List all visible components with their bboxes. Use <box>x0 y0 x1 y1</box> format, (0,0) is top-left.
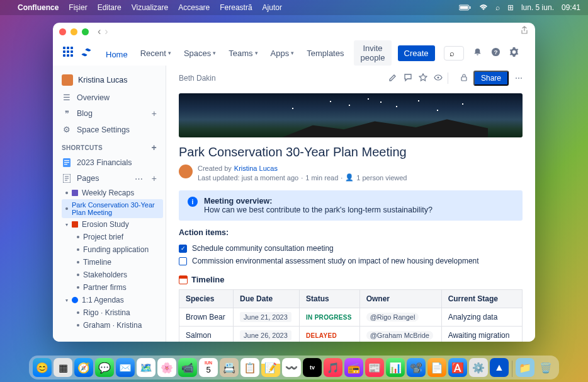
edit-icon[interactable] <box>388 73 397 84</box>
sidebar-space-header[interactable]: Kristina Lucas <box>55 71 163 90</box>
dock-keynote[interactable]: 📽️ <box>407 358 426 377</box>
tree-rigo[interactable]: Rigo · Kristina <box>73 306 163 319</box>
more-actions-icon[interactable]: ⋯ <box>515 74 523 83</box>
tree-park-plan[interactable]: Park Conservation 30-Year Plan Meeting <box>62 199 163 218</box>
dock-appstore[interactable]: 🅰️ <box>448 358 467 377</box>
dock-settings[interactable]: ⚙️ <box>469 358 488 377</box>
user-mention[interactable]: @Graham McBride <box>366 331 433 340</box>
shortcut-financials[interactable]: 2023 Financials <box>55 155 163 170</box>
dock-launchpad[interactable]: ▦ <box>54 358 72 377</box>
sidebar-blog[interactable]: ❞ Blog + <box>55 105 163 122</box>
dock-safari[interactable]: 🧭 <box>74 358 93 377</box>
dock-messages[interactable]: 💬 <box>95 358 114 377</box>
breadcrumb-owner[interactable]: Beth Dakin <box>179 74 216 83</box>
dock-freeform[interactable]: 〰️ <box>282 358 301 377</box>
dock-calendar[interactable]: IUN5 <box>199 358 218 377</box>
dock-music[interactable]: 🎵 <box>324 358 342 377</box>
tree-stakeholders[interactable]: Stakeholders <box>73 269 163 281</box>
checkbox-unchecked[interactable] <box>179 257 187 265</box>
tree-project-brief[interactable]: Project brief <box>73 231 163 243</box>
pages-more-icon[interactable]: ⋯ <box>135 174 143 183</box>
dock-news[interactable]: 📰 <box>365 358 384 377</box>
menubar-date[interactable]: lun. 5 iun. <box>521 3 554 12</box>
dock-reminders[interactable]: 📋 <box>240 358 259 377</box>
nav-forward-icon[interactable]: › <box>105 26 108 37</box>
user-mention[interactable]: @Rigo Rangel <box>366 313 419 321</box>
expand-icon[interactable]: ▾ <box>65 222 68 228</box>
nav-apps[interactable]: Apps▾ <box>266 46 300 61</box>
control-center-icon[interactable]: ⊞ <box>507 3 514 12</box>
sidebar-overview[interactable]: ☰ Overview <box>55 90 163 105</box>
dock-contacts[interactable]: 📇 <box>220 358 239 377</box>
dock-maps[interactable]: 🗺️ <box>137 358 155 377</box>
dock-atlassian[interactable]: ▲ <box>490 358 509 377</box>
menu-edit[interactable]: Editare <box>98 3 122 12</box>
restrictions-icon[interactable] <box>460 73 468 84</box>
tree-partner-firms[interactable]: Partner firms <box>73 281 163 294</box>
nav-recent[interactable]: Recent▾ <box>135 46 176 61</box>
add-shortcut-icon[interactable]: + <box>152 142 157 153</box>
share-sheet-icon[interactable] <box>520 26 529 37</box>
dock-podcasts[interactable]: 📻 <box>344 358 363 377</box>
wifi-icon[interactable] <box>479 4 488 11</box>
dock-numbers[interactable]: 📊 <box>386 358 405 377</box>
search-box[interactable]: ⌕ <box>444 46 464 61</box>
spotlight-icon[interactable]: ⌕ <box>495 3 500 12</box>
tree-agendas[interactable]: ▾ 1:1 Agendas <box>62 294 163 306</box>
sidebar-pages[interactable]: Pages ⋯ + <box>55 170 163 187</box>
dock-tv[interactable]: tv <box>303 358 322 377</box>
invite-button[interactable]: Invite people <box>354 40 391 66</box>
dock-downloads[interactable]: 📁 <box>516 358 534 377</box>
action-item-1[interactable]: ✓ Schedule community consultation meetin… <box>179 242 523 255</box>
watch-icon[interactable] <box>434 73 443 84</box>
tree-weekly-recaps[interactable]: Weekly Recaps <box>62 187 163 199</box>
add-page-icon[interactable]: + <box>152 173 157 183</box>
minimize-window-button[interactable] <box>71 28 77 35</box>
dock-facetime[interactable]: 📹 <box>178 358 197 377</box>
zoom-window-button[interactable] <box>82 28 89 35</box>
comment-icon[interactable] <box>404 73 412 84</box>
dock-finder[interactable]: 😊 <box>33 358 52 377</box>
checkbox-checked[interactable]: ✓ <box>179 245 187 253</box>
nav-back-icon[interactable]: ‹ <box>98 26 101 37</box>
page-meta: Created by Kristina Lucas Last updated: … <box>179 165 523 182</box>
notifications-icon[interactable] <box>473 47 482 59</box>
menu-view[interactable]: Vizualizare <box>132 3 168 12</box>
menu-file[interactable]: Fișier <box>69 3 87 12</box>
menubar-time[interactable]: 09:41 <box>562 3 580 12</box>
dock-mail[interactable]: ✉️ <box>116 358 135 377</box>
battery-icon[interactable] <box>459 4 472 11</box>
app-switcher-icon[interactable] <box>63 47 73 59</box>
add-blog-icon[interactable]: + <box>152 108 157 119</box>
nav-teams[interactable]: Teams▾ <box>223 46 263 61</box>
expand-icon[interactable]: ▾ <box>65 298 68 303</box>
author-avatar-icon[interactable] <box>179 165 193 178</box>
menu-window[interactable]: Fereastră <box>220 3 252 12</box>
tree-graham[interactable]: Graham · Kristina <box>73 319 163 332</box>
confluence-logo-icon[interactable] <box>81 47 92 60</box>
created-by-link[interactable]: Kristina Lucas <box>234 165 278 172</box>
dock-pages[interactable]: 📄 <box>427 358 446 377</box>
nav-templates[interactable]: Templates <box>302 46 349 61</box>
menu-help[interactable]: Ajutor <box>263 3 282 12</box>
share-button[interactable]: Share <box>473 71 509 86</box>
nav-spaces[interactable]: Spaces▾ <box>179 46 221 61</box>
help-icon[interactable]: ? <box>491 47 500 59</box>
tree-erosion-study[interactable]: ▾ Erosion Study <box>62 218 163 231</box>
blog-icon: ❞ <box>62 109 72 119</box>
settings-icon[interactable] <box>509 47 519 59</box>
close-window-button[interactable] <box>59 28 66 35</box>
dock-trash[interactable]: 🗑️ <box>536 358 555 377</box>
tree-timeline[interactable]: Timeline <box>73 256 163 269</box>
titlebar: ‹ › <box>53 23 535 40</box>
action-item-2[interactable]: Commission environmental assessment stud… <box>179 255 523 267</box>
create-button[interactable]: Create <box>398 45 435 61</box>
menubar-app-name[interactable]: Confluence <box>18 3 59 12</box>
star-icon[interactable] <box>419 73 427 84</box>
dock-notes[interactable]: 📝 <box>261 358 280 377</box>
menu-go[interactable]: Accesare <box>178 3 210 12</box>
tree-funding-app[interactable]: Funding application <box>73 243 163 256</box>
nav-home[interactable]: Home <box>101 47 133 67</box>
sidebar-space-settings[interactable]: ⚙ Space Settings <box>55 122 163 137</box>
dock-photos[interactable]: 🌸 <box>157 358 176 377</box>
